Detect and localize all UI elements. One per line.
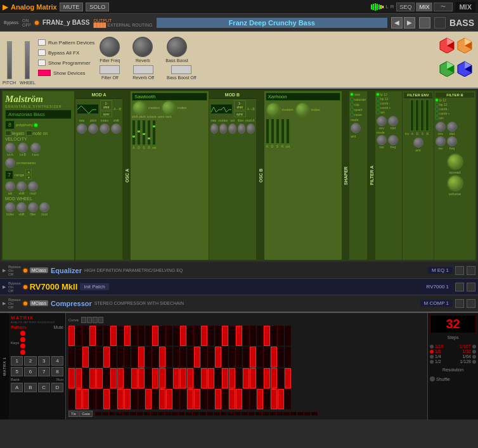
num-1[interactable]: 1: [11, 356, 23, 366]
volume-knob[interactable]: [447, 175, 463, 191]
lvb-knob[interactable]: [18, 143, 28, 153]
step-2-0[interactable]: [68, 368, 75, 388]
step-2-19[interactable]: [201, 368, 207, 388]
step-3-23[interactable]: [229, 389, 235, 409]
tie-step-6[interactable]: [137, 412, 143, 416]
step-0-29[interactable]: [271, 326, 277, 346]
tie-step-16[interactable]: [207, 412, 213, 416]
step-1-20[interactable]: [208, 347, 214, 367]
eq-icon[interactable]: [455, 266, 464, 275]
tie-step-3[interactable]: [116, 412, 122, 416]
osc-b-motion-knob[interactable]: [266, 102, 281, 117]
fb-res-knob[interactable]: [436, 136, 446, 146]
spread-knob[interactable]: [447, 153, 463, 170]
run-pattern-checkbox[interactable]: [38, 39, 46, 46]
step-0-28[interactable]: [264, 326, 270, 346]
tie-step-7[interactable]: [144, 412, 150, 416]
step-3-16[interactable]: [180, 389, 186, 409]
num-3[interactable]: 3: [38, 356, 50, 366]
step-0-21[interactable]: [215, 326, 221, 346]
eq-menu[interactable]: [467, 266, 475, 275]
fa-freq-knob[interactable]: [388, 135, 398, 145]
osc-a-vol-slider[interactable]: [152, 120, 156, 145]
step-2-23[interactable]: [229, 368, 235, 388]
step-3-14[interactable]: [166, 389, 172, 409]
rv-menu[interactable]: [467, 283, 475, 291]
step-2-20[interactable]: [208, 368, 214, 388]
step-2-25[interactable]: [243, 368, 249, 388]
step-0-16[interactable]: [180, 326, 186, 346]
step-2-4[interactable]: [96, 368, 103, 388]
step-3-9[interactable]: [131, 389, 138, 409]
step-0-5[interactable]: [103, 326, 110, 346]
fa-kbd-knob[interactable]: [388, 116, 398, 126]
step-3-8[interactable]: [124, 389, 131, 409]
step-0-0[interactable]: [68, 326, 75, 346]
tie-step-21[interactable]: [242, 412, 248, 416]
fe-r[interactable]: [425, 99, 429, 131]
step-0-23[interactable]: [229, 326, 235, 346]
step-3-20[interactable]: [208, 389, 214, 409]
step-0-12[interactable]: [152, 326, 158, 346]
step-1-23[interactable]: [229, 347, 235, 367]
step-1-4[interactable]: [96, 347, 103, 367]
bypass-fx-checkbox[interactable]: [38, 49, 46, 56]
res-1-4[interactable]: 1/4 1/64: [430, 354, 476, 359]
step-2-18[interactable]: [194, 368, 200, 388]
step-2-9[interactable]: [131, 368, 138, 388]
noteon-btn[interactable]: [26, 131, 32, 136]
osc-b-s-slider[interactable]: [276, 118, 280, 144]
atk-knob[interactable]: [5, 181, 15, 191]
tie-step-28[interactable]: [290, 412, 297, 416]
step-1-2[interactable]: [82, 347, 89, 367]
mw-index-knob[interactable]: [5, 202, 15, 212]
step-1-15[interactable]: [173, 347, 179, 367]
step-1-14[interactable]: [166, 347, 172, 367]
osc-a-a-slider[interactable]: [132, 120, 136, 145]
step-1-17[interactable]: [187, 347, 193, 367]
res-1-16[interactable]: 1/16 1/16T: [430, 344, 476, 349]
curve-btn-3[interactable]: [93, 317, 98, 323]
step-3-10[interactable]: [138, 389, 145, 409]
tie-step-24[interactable]: [262, 412, 269, 416]
fe-s[interactable]: [420, 99, 424, 131]
step-3-25[interactable]: [243, 389, 249, 409]
show-devices-row[interactable]: Show Devices: [38, 70, 94, 76]
step-2-22[interactable]: [222, 368, 228, 388]
step-0-6[interactable]: [110, 326, 117, 346]
step-3-0[interactable]: [68, 389, 75, 409]
tie-step-1[interactable]: [102, 412, 108, 416]
num-6[interactable]: 6: [24, 367, 36, 376]
step-0-27[interactable]: [257, 326, 263, 346]
step-2-28[interactable]: [264, 368, 270, 388]
tie-step-15[interactable]: [200, 412, 206, 416]
step-3-26[interactable]: [250, 389, 256, 409]
step-2-16[interactable]: [180, 368, 186, 388]
res-1-2[interactable]: 1/2 1/128: [430, 359, 476, 364]
step-3-17[interactable]: [187, 389, 193, 409]
tie-step-29[interactable]: [297, 412, 304, 416]
tie-step-10[interactable]: [165, 412, 171, 416]
bass-boost-off-toggle[interactable]: [171, 65, 191, 74]
osc-a-s-slider[interactable]: [142, 120, 146, 145]
step-0-11[interactable]: [145, 326, 152, 346]
step-2-3[interactable]: [89, 368, 96, 388]
step-2-11[interactable]: [145, 368, 152, 388]
step-1-25[interactable]: [243, 347, 249, 367]
solo-button[interactable]: SOLO: [86, 3, 109, 11]
mod-b-motion-knob[interactable]: [219, 124, 227, 134]
step-1-11[interactable]: [145, 347, 152, 367]
mod-a-shift-knob[interactable]: [111, 124, 121, 134]
rv-bypass[interactable]: Bypass On Off: [8, 281, 21, 293]
step-1-24[interactable]: [236, 347, 242, 367]
fa-env-knob[interactable]: [377, 116, 387, 126]
step-1-10[interactable]: [138, 347, 145, 367]
tie-step-2[interactable]: [109, 412, 115, 416]
osc-b-d-slider[interactable]: [271, 118, 275, 144]
step-0-8[interactable]: [124, 326, 131, 346]
lva-knob[interactable]: [5, 143, 15, 153]
tie-button[interactable]: Tie: [68, 411, 79, 417]
step-0-9[interactable]: [131, 326, 138, 346]
step-3-31[interactable]: [285, 389, 291, 409]
osc-b-r-slider[interactable]: [281, 118, 285, 144]
